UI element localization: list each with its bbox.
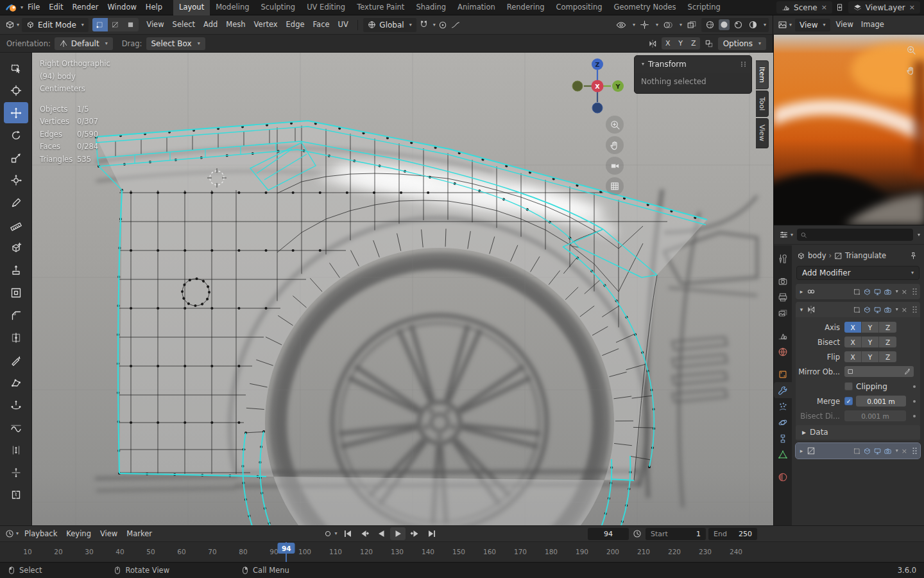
xray-toggle-icon[interactable]	[685, 20, 698, 30]
expand-chevron-icon[interactable]: ▸	[798, 288, 805, 295]
workspace-tab-layout[interactable]: Layout	[173, 0, 210, 15]
mirror-bisect-x-button[interactable]: X	[844, 337, 862, 347]
mirror-flip-y-button[interactable]: Y	[862, 351, 879, 362]
modifier-extras-chevron-icon[interactable]: ▾	[896, 289, 898, 294]
viewport-menu-select[interactable]: Select	[168, 17, 199, 32]
mirror-flip-x-button[interactable]: X	[844, 351, 862, 362]
unlink-viewlayer-icon[interactable]: ×	[908, 3, 916, 12]
scene-selector[interactable]: Scene ×	[776, 1, 832, 13]
new-scene-icon[interactable]	[835, 3, 846, 12]
face-select-icon[interactable]	[123, 18, 139, 31]
timeline-menu-keying[interactable]: Keying	[62, 527, 96, 541]
workspace-tab-geometry-nodes[interactable]: Geometry Nodes	[608, 0, 682, 15]
edit-mode-icon[interactable]	[863, 447, 871, 455]
properties-tab-object[interactable]	[774, 366, 792, 382]
animate-dot-icon[interactable]	[913, 400, 916, 403]
jump-to-end-button[interactable]	[424, 527, 439, 540]
start-frame-field[interactable]: Start 1	[646, 528, 706, 540]
image-mode-dropdown[interactable]: View ▾	[795, 19, 830, 31]
image-menu-view[interactable]: View	[832, 17, 857, 32]
properties-tab-view-layer[interactable]	[774, 305, 792, 321]
mode-dropdown[interactable]: Edit Mode ▾	[22, 18, 89, 32]
overlays-toggle-icon[interactable]	[662, 20, 674, 30]
merge-checkbox[interactable]: ✓	[844, 397, 853, 405]
shading-rendered-icon[interactable]	[747, 20, 759, 30]
properties-tab-physics[interactable]	[774, 414, 792, 430]
play-reverse-button[interactable]	[373, 527, 389, 540]
viewport-menu-mesh[interactable]: Mesh	[222, 17, 250, 32]
merge-threshold-field[interactable]: 0.001 m	[856, 396, 906, 407]
tool-smooth[interactable]	[4, 417, 28, 438]
timeline-ruler[interactable]: 1020304050607080901001101201301401501601…	[0, 541, 924, 562]
tool-move[interactable]	[4, 102, 28, 123]
snap-magnet-icon[interactable]	[418, 20, 430, 30]
drag-handle-icon[interactable]	[912, 447, 918, 455]
tool-knife[interactable]	[4, 349, 28, 371]
animate-dot-icon[interactable]	[913, 385, 916, 388]
workspace-tab-scripting[interactable]: Scripting	[682, 0, 726, 15]
tool-select-box[interactable]	[4, 57, 28, 78]
tool-transform[interactable]	[4, 170, 28, 191]
tool-add-cube[interactable]	[4, 237, 28, 258]
properties-tab-particles[interactable]	[774, 398, 792, 414]
workspace-tab-modeling[interactable]: Modeling	[210, 0, 255, 15]
workspace-tab-texture-paint[interactable]: Texture Paint	[351, 0, 410, 15]
on-cage-icon[interactable]	[853, 288, 861, 296]
mirror-bisect-z-button[interactable]: Z	[879, 337, 896, 347]
shading-solid-icon[interactable]	[719, 19, 730, 30]
tool-bevel[interactable]	[4, 304, 28, 326]
tool-annotate[interactable]	[4, 192, 28, 213]
timeline-menu-marker[interactable]: Marker	[122, 527, 157, 541]
tool-shrink-fatten[interactable]	[4, 462, 28, 483]
mirror-z-toggle[interactable]: Z	[687, 37, 700, 49]
mirror-y-toggle[interactable]: Y	[674, 37, 687, 49]
image-menu-image[interactable]: Image	[857, 17, 888, 32]
pin-icon[interactable]	[908, 252, 919, 260]
end-frame-field[interactable]: End 250	[708, 528, 757, 540]
menu-file[interactable]: File	[23, 3, 44, 12]
mirror-object-field[interactable]	[844, 366, 914, 377]
on-cage-icon[interactable]	[853, 306, 861, 314]
modifier-extras-chevron-icon[interactable]: ▾	[896, 307, 898, 312]
transform-panel-header[interactable]: ▾ Transform	[635, 56, 751, 73]
breadcrumb-modifier[interactable]: Triangulate	[845, 251, 886, 260]
shading-wireframe-icon[interactable]	[704, 20, 716, 30]
clipping-checkbox[interactable]	[844, 382, 853, 390]
delete-modifier-icon[interactable]: ×	[900, 306, 909, 314]
properties-tab-constraints[interactable]	[774, 430, 792, 446]
delete-modifier-icon[interactable]: ×	[900, 447, 909, 455]
realtime-icon[interactable]	[873, 288, 882, 296]
orientation-setting-dropdown[interactable]: Default ▾	[55, 37, 113, 50]
current-frame-field[interactable]: 94	[588, 528, 629, 540]
image-zoom-icon[interactable]	[906, 45, 916, 55]
vertex-select-icon[interactable]	[92, 18, 108, 31]
gizmo-negative-z-axis[interactable]	[592, 103, 603, 113]
editor-timeline-icon[interactable]: ▾	[4, 529, 20, 538]
mirror-axis-y-button[interactable]: Y	[862, 322, 879, 333]
editor-3d-viewport-icon[interactable]: ▾	[4, 20, 21, 30]
on-cage-icon[interactable]	[853, 447, 861, 455]
tool-scale[interactable]	[4, 147, 28, 168]
viewport-menu-uv[interactable]: UV	[334, 17, 352, 32]
tool-spin[interactable]	[4, 394, 28, 416]
proportional-falloff-icon[interactable]	[450, 21, 461, 30]
properties-tab-output[interactable]	[774, 289, 792, 305]
properties-tab-tool[interactable]	[774, 250, 792, 267]
options-dropdown[interactable]: Options ▾	[718, 37, 766, 50]
render-icon[interactable]	[884, 447, 892, 455]
unlink-scene-icon[interactable]: ×	[820, 3, 828, 12]
tool-edge-slide[interactable]	[4, 439, 28, 460]
shading-material-icon[interactable]	[732, 20, 744, 30]
transform-orientation-dropdown[interactable]: Global ▾	[363, 18, 416, 32]
menu-render[interactable]: Render	[68, 3, 103, 12]
properties-tab-modifiers[interactable]	[774, 382, 792, 398]
realtime-icon[interactable]	[873, 447, 882, 455]
next-keyframe-button[interactable]	[407, 527, 422, 540]
pan-hand-icon[interactable]	[606, 136, 624, 154]
timeline-menu-view[interactable]: View	[96, 527, 122, 541]
viewport-canvas[interactable]: Right Orthographic (94) body Centimeters…	[32, 53, 773, 525]
gizmos-toggle-icon[interactable]	[638, 20, 651, 30]
bisect-distance-field[interactable]: 0.001 m	[844, 410, 906, 421]
play-button[interactable]	[390, 527, 406, 540]
viewport-menu-add[interactable]: Add	[200, 17, 222, 32]
